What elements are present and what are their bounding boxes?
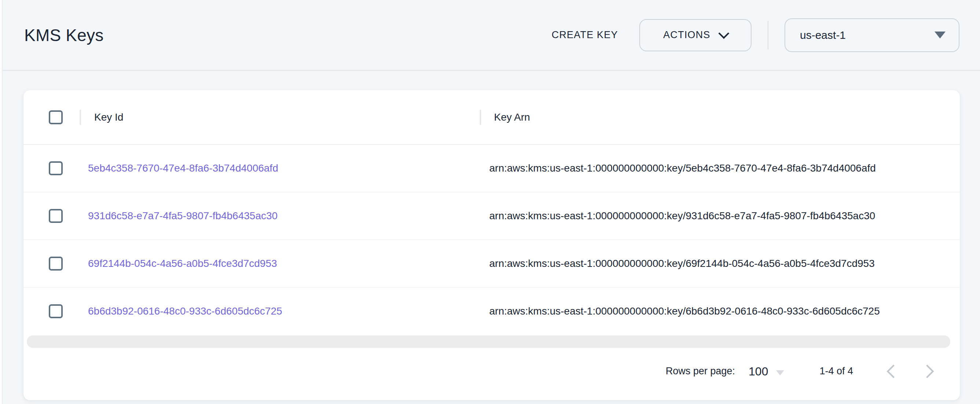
key-id-link[interactable]: 69f2144b-054c-4a56-a0b5-4fce3d7cd953 bbox=[88, 258, 277, 269]
key-arn-cell: arn:aws:kms:us-east-1:000000000000:key/6… bbox=[489, 258, 875, 269]
pagination: Rows per page: 100 1-4 of 4 bbox=[24, 348, 960, 402]
header-divider bbox=[768, 21, 768, 49]
column-separator bbox=[80, 110, 81, 125]
region-select[interactable]: us-east-1 bbox=[784, 18, 959, 52]
chevron-right-icon bbox=[921, 364, 934, 378]
key-arn-cell: arn:aws:kms:us-east-1:000000000000:key/5… bbox=[489, 162, 876, 174]
table-row[interactable]: 69f2144b-054c-4a56-a0b5-4fce3d7cd953 arn… bbox=[24, 240, 960, 288]
pagination-range: 1-4 of 4 bbox=[819, 366, 853, 377]
key-arn-cell: arn:aws:kms:us-east-1:000000000000:key/6… bbox=[489, 305, 880, 317]
chevron-left-icon bbox=[887, 364, 900, 378]
table-row[interactable]: 6b6d3b92-0616-48c0-933c-6d605dc6c725 arn… bbox=[24, 288, 960, 335]
key-id-link[interactable]: 931d6c58-e7a7-4fa5-9807-fb4b6435ac30 bbox=[88, 210, 278, 222]
horizontal-scrollbar bbox=[27, 336, 950, 348]
chevron-down-icon bbox=[718, 28, 729, 39]
page-title: KMS Keys bbox=[24, 25, 103, 45]
row-checkbox[interactable] bbox=[49, 304, 63, 318]
select-all-checkbox[interactable] bbox=[49, 110, 63, 124]
column-header-key-id[interactable]: Key Id bbox=[94, 111, 123, 123]
rows-per-page-label: Rows per page: bbox=[666, 366, 735, 377]
column-header-key-arn[interactable]: Key Arn bbox=[494, 111, 530, 123]
table-body: 5eb4c358-7670-47e4-8fa6-3b74d4006afd arn… bbox=[24, 145, 960, 335]
page-header: KMS Keys CREATE KEY ACTIONS us-east-1 bbox=[0, 0, 980, 71]
table-row[interactable]: 5eb4c358-7670-47e4-8fa6-3b74d4006afd arn… bbox=[24, 145, 960, 192]
caret-down-icon bbox=[934, 32, 945, 38]
rows-per-page-value: 100 bbox=[749, 366, 768, 377]
column-separator bbox=[480, 110, 481, 125]
actions-menu-label: ACTIONS bbox=[663, 29, 710, 41]
key-id-link[interactable]: 5eb4c358-7670-47e4-8fa6-3b74d4006afd bbox=[88, 162, 278, 174]
previous-page-button[interactable] bbox=[878, 358, 905, 385]
row-checkbox[interactable] bbox=[49, 257, 63, 270]
scrollbar-thumb[interactable] bbox=[27, 336, 950, 348]
row-checkbox[interactable] bbox=[49, 209, 63, 223]
caret-down-icon bbox=[776, 370, 784, 375]
rows-per-page-select[interactable]: 100 bbox=[749, 366, 784, 377]
key-arn-cell: arn:aws:kms:us-east-1:000000000000:key/9… bbox=[489, 210, 875, 222]
kms-keys-page: KMS Keys CREATE KEY ACTIONS us-east-1 Ke… bbox=[0, 0, 980, 404]
next-page-button[interactable] bbox=[916, 358, 942, 385]
region-select-value: us-east-1 bbox=[800, 29, 846, 41]
page-left-edge bbox=[0, 0, 3, 404]
actions-menu-button[interactable]: ACTIONS bbox=[639, 19, 751, 51]
table-header-row: Key Id Key Arn bbox=[24, 90, 960, 145]
key-id-link[interactable]: 6b6d3b92-0616-48c0-933c-6d605dc6c725 bbox=[88, 305, 282, 317]
header-actions: CREATE KEY ACTIONS us-east-1 bbox=[542, 18, 959, 52]
table-row[interactable]: 931d6c58-e7a7-4fa5-9807-fb4b6435ac30 arn… bbox=[24, 192, 960, 240]
row-checkbox[interactable] bbox=[49, 161, 63, 175]
create-key-button[interactable]: CREATE KEY bbox=[542, 23, 628, 47]
keys-table-card: Key Id Key Arn 5eb4c358-7670-47e4-8fa6-3… bbox=[24, 90, 960, 400]
